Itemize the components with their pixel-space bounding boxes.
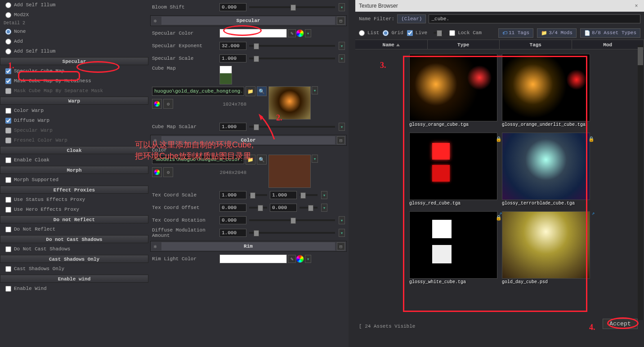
- status-text: [ 24 Assets Visible: [359, 324, 640, 329]
- specular-exponent-input[interactable]: [219, 42, 246, 50]
- gear-icon[interactable]: ⚙: [163, 99, 173, 109]
- texture-label: glossy_orange_cube.tga: [409, 121, 497, 128]
- check-mask-cube-map-by-separate-mask[interactable]: [5, 88, 11, 94]
- section-morph: Morph: [0, 166, 148, 174]
- magnify-icon[interactable]: 🔍: [257, 155, 267, 165]
- radio-add-self-illum[interactable]: [5, 49, 11, 54]
- table-header: Name Type Tags Mod: [355, 40, 644, 49]
- texture-label: glossy_white_cube.tga: [409, 279, 497, 285]
- texture-label: glossy_terrorblade_cube.tga: [502, 200, 590, 207]
- check-specular-warp[interactable]: [5, 128, 11, 133]
- texture-glossy_terrorblade_cube.tga[interactable]: glossy_terrorblade_cube.tga 🔒: [502, 133, 590, 207]
- bloom-shift-row: Bloom Shift ▾: [152, 2, 345, 13]
- gear-icon[interactable]: ✻: [151, 136, 160, 145]
- texture-label: glossy_orange_underlit_cube.tga: [502, 121, 590, 128]
- bloom-shift-slider[interactable]: [249, 6, 335, 8]
- gear-icon[interactable]: ⚙: [163, 167, 173, 177]
- rim-color-swatch[interactable]: [219, 254, 287, 263]
- texture-glossy_white_cube.tga[interactable]: glossy_white_cube.tga ⇗ 🔒: [409, 211, 497, 285]
- specular-color-swatch[interactable]: [219, 29, 287, 38]
- eyedropper-icon[interactable]: ✎: [288, 29, 296, 37]
- collapse-icon[interactable]: ⊟: [337, 17, 345, 25]
- radio-none[interactable]: [5, 29, 11, 35]
- texture-thumb: [409, 54, 497, 121]
- dropdown-icon[interactable]: ▾: [339, 3, 345, 11]
- check-cast-shadows-only[interactable]: [5, 266, 11, 272]
- gear-icon[interactable]: ✻: [151, 16, 160, 25]
- texture-thumb: [502, 211, 590, 279]
- list-mode-radio[interactable]: [359, 30, 365, 36]
- color-icon[interactable]: [152, 167, 162, 177]
- radio-add[interactable]: [5, 39, 11, 44]
- zoom-slider[interactable]: [434, 32, 443, 34]
- color-wheel-icon[interactable]: [296, 255, 304, 263]
- check-specular-cube-map[interactable]: [5, 68, 11, 74]
- section-do-not-reflect: Do not Reflect: [0, 215, 148, 223]
- specular-exponent-slider[interactable]: [249, 45, 335, 47]
- lock-icon: 🔒: [588, 136, 595, 142]
- left-panel: Add Self IllumMod2X Detail 2 NoneAddAdd …: [0, 0, 148, 347]
- check-use-hero-effects-proxy[interactable]: [5, 207, 11, 213]
- bloom-shift-input[interactable]: [219, 3, 246, 11]
- color-section-header[interactable]: ✻ Color ⊟: [150, 135, 347, 146]
- section-cloak: Cloak: [0, 146, 148, 154]
- radio-mod2x[interactable]: [5, 12, 11, 18]
- texture-glossy_orange_underlit_cube.tga[interactable]: glossy_orange_underlit_cube.tga: [502, 54, 590, 128]
- name-filter-input[interactable]: [429, 14, 640, 23]
- check-do-not-reflect[interactable]: [5, 227, 11, 232]
- color-wheel-icon[interactable]: [296, 29, 304, 37]
- check-enable-wind[interactable]: [5, 286, 11, 292]
- detail2-group: Detail 2: [0, 20, 148, 27]
- tags-button[interactable]: 🏷11 Tags: [498, 28, 533, 38]
- specular-section-header[interactable]: ✻ Specular ⊟: [150, 15, 347, 26]
- color-icon[interactable]: [152, 99, 162, 109]
- check-do-not-cast-shadows[interactable]: [5, 246, 11, 252]
- radio-add-self-illum[interactable]: [5, 2, 11, 8]
- check-mask-cube-map-by-metalness[interactable]: [5, 78, 11, 84]
- check-color-warp[interactable]: [5, 108, 11, 114]
- eyedropper-icon[interactable]: ✎: [288, 255, 296, 263]
- lock-cam-checkbox[interactable]: [449, 30, 455, 36]
- rim-section-header[interactable]: ✻ Rim ⊟: [150, 241, 347, 252]
- folder-icon[interactable]: 📁: [246, 155, 255, 165]
- col-name[interactable]: Name: [355, 40, 428, 49]
- folder-icon[interactable]: 📁: [246, 86, 255, 96]
- texture-glossy_orange_cube.tga[interactable]: glossy_orange_cube.tga: [409, 54, 497, 128]
- scrollbar[interactable]: [638, 45, 643, 320]
- col-type[interactable]: Type: [428, 40, 500, 49]
- check-enable-cloak[interactable]: [5, 157, 11, 163]
- color-thumb: [268, 155, 311, 188]
- dropdown-icon[interactable]: ▾: [305, 29, 311, 37]
- check-fresnel-color-warp[interactable]: [5, 138, 11, 143]
- lock-icon: 🔒: [496, 215, 502, 221]
- mid-panel: Bloom Shift ▾ ✻ Specular ⊟ Specular Colo…: [148, 0, 349, 347]
- texture-gold_day_cube.psd[interactable]: gold_day_cube.psd ⇗: [502, 211, 590, 285]
- texture-thumb: [502, 133, 590, 200]
- cubemap-thumb: [268, 86, 311, 120]
- live-checkbox[interactable]: [407, 30, 413, 36]
- section-warp: Warp: [0, 97, 148, 105]
- section-do-not-cast-shadows: Do not Cast Shadows: [0, 235, 148, 243]
- check-diffuse-warp[interactable]: [5, 118, 11, 124]
- specular-scale-input[interactable]: [219, 54, 246, 62]
- section-cast-shadows-only: Cast Shadows Only: [0, 255, 148, 263]
- collapse-icon[interactable]: ⊟: [337, 136, 345, 144]
- texture-glossy_red_cube.tga[interactable]: glossy_red_cube.tga 🔒: [409, 133, 497, 207]
- texture-label: gold_day_cube.psd: [502, 279, 590, 285]
- accept-button[interactable]: Accept: [603, 319, 638, 329]
- magnify-icon[interactable]: 🔍: [257, 86, 267, 96]
- mods-button[interactable]: 📁3/4 Mods: [537, 28, 577, 38]
- asset-types-button[interactable]: 📄8/8 Asset Types: [580, 28, 640, 38]
- cubemap-path-input[interactable]: [152, 87, 244, 96]
- close-icon[interactable]: ×: [632, 0, 640, 12]
- color-path-input[interactable]: [152, 155, 244, 164]
- grid-mode-radio[interactable]: [383, 30, 389, 36]
- clear-button[interactable]: (Clear): [397, 14, 426, 23]
- check-morph-supported[interactable]: [5, 177, 11, 183]
- col-mod[interactable]: Mod: [572, 40, 644, 49]
- col-tags[interactable]: Tags: [500, 40, 572, 49]
- specular-color-row: Specular Color ✎ ▾: [152, 28, 345, 39]
- section-enable-wind: Enable wind: [0, 275, 148, 283]
- check-use-status-effects-proxy[interactable]: [5, 197, 11, 203]
- window-titlebar: Texture Browser ×: [355, 0, 644, 12]
